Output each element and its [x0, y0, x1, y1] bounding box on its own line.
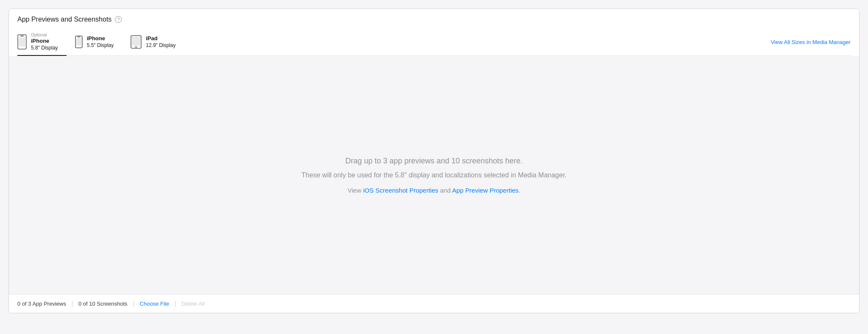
tab-iphone58[interactable]: Optional iPhone 5.8" Display [17, 29, 67, 55]
tab-iphone55-text: iPhone 5.5" Display [87, 35, 114, 49]
tabs-row: Optional iPhone 5.8" Display iPhone 5 [17, 29, 851, 56]
svg-point-8 [136, 47, 137, 48]
page-title: App Previews and Screenshots [17, 16, 111, 23]
choose-file-button[interactable]: Choose File [140, 301, 169, 307]
tab-ipad129-size: 12.9" Display [146, 42, 175, 49]
drop-secondary-text: These will only be used for the 5.8" dis… [301, 171, 567, 179]
page-header: App Previews and Screenshots ? Optional … [9, 9, 859, 56]
ios-screenshot-properties-link[interactable]: iOS Screenshot Properties [363, 187, 439, 194]
drop-links-prefix: View [348, 187, 363, 194]
title-row: App Previews and Screenshots ? [17, 16, 851, 23]
view-all-sizes-link[interactable]: View All Sizes in Media Manager [771, 36, 851, 50]
drop-zone[interactable]: Drag up to 3 app previews and 10 screens… [9, 56, 859, 294]
footer-divider-2 [134, 301, 134, 307]
svg-rect-2 [19, 37, 25, 47]
tab-ipad129-name: iPad [146, 35, 175, 42]
svg-rect-1 [20, 36, 24, 36]
footer-divider-3 [175, 301, 175, 307]
tab-iphone55[interactable]: iPhone 5.5" Display [67, 32, 122, 53]
svg-rect-4 [77, 37, 80, 38]
screenshots-stat: 0 of 10 Screenshots [78, 301, 128, 307]
app-previews-stat: 0 of 3 App Previews [17, 301, 66, 307]
delete-all-button: Delete All [181, 301, 205, 307]
tab-ipad129[interactable]: iPad 12.9" Display [122, 32, 184, 53]
tab-ipad129-text: iPad 12.9" Display [146, 35, 175, 49]
iphone-55-device-icon [75, 36, 83, 48]
tab-iphone58-optional: Optional [31, 33, 58, 38]
footer-bar: 0 of 3 App Previews 0 of 10 Screenshots … [9, 294, 859, 313]
svg-rect-7 [132, 37, 141, 46]
main-container: App Previews and Screenshots ? Optional … [8, 8, 860, 313]
iphone-58-device-icon [17, 34, 27, 50]
drop-links-middle: and [438, 187, 452, 194]
tab-iphone55-size: 5.5" Display [87, 42, 114, 49]
tab-iphone58-name: iPhone [31, 38, 58, 45]
help-icon[interactable]: ? [115, 16, 122, 23]
svg-rect-5 [76, 38, 81, 46]
tab-iphone55-name: iPhone [87, 35, 114, 42]
drop-primary-text: Drag up to 3 app previews and 10 screens… [345, 157, 523, 166]
tab-iphone58-text: Optional iPhone 5.8" Display [31, 33, 58, 51]
tab-iphone58-size: 5.8" Display [31, 45, 58, 52]
drop-links-text: View iOS Screenshot Properties and App P… [348, 187, 520, 194]
footer-divider-1 [72, 301, 72, 307]
drop-links-suffix: . [519, 187, 520, 194]
app-preview-properties-link[interactable]: App Preview Properties [452, 187, 519, 194]
ipad-129-device-icon [131, 35, 142, 49]
